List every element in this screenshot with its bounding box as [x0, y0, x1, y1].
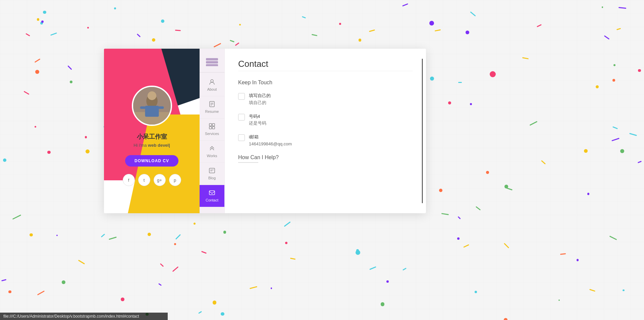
- confetti-particle: [609, 236, 617, 240]
- confetti-particle: [230, 40, 235, 43]
- confetti-particle: [458, 82, 462, 83]
- confetti-particle: [37, 291, 45, 295]
- section-title: Contact: [238, 59, 413, 69]
- contact-label-1: 填写自己的: [249, 92, 271, 99]
- confetti-particle: [12, 215, 21, 220]
- resume-icon: [209, 101, 215, 108]
- services-icon: [209, 123, 215, 130]
- confetti-particle: [302, 16, 306, 18]
- contact-main-content: Contact Keep In Touch 填写自己的 填自己的 号码4 还是号…: [225, 49, 426, 213]
- blog-icon: [209, 168, 215, 175]
- right-vertical-line: [422, 59, 423, 203]
- confetti-particle: [558, 300, 560, 301]
- svg-rect-20: [209, 168, 215, 173]
- confetti-particle: [439, 189, 442, 192]
- facebook-label: f: [128, 178, 129, 183]
- confetti-particle: [37, 18, 40, 21]
- confetti-particle: [530, 121, 537, 126]
- blog-label: Blog: [208, 176, 216, 180]
- user-name: 小呆工作室: [137, 133, 167, 141]
- confetti-particle: [172, 266, 179, 272]
- confetti-particle: [638, 69, 641, 72]
- confetti-particle: [67, 65, 72, 70]
- confetti-particle: [284, 221, 291, 227]
- confetti-particle: [35, 126, 37, 128]
- confetti-particle: [148, 233, 151, 236]
- confetti-particle: [3, 158, 6, 162]
- confetti-particle: [250, 286, 257, 289]
- pinterest-icon[interactable]: p: [169, 174, 181, 186]
- confetti-particle: [23, 91, 29, 95]
- confetti-particle: [589, 289, 595, 292]
- confetti-particle: [175, 30, 181, 31]
- confetti-particle: [504, 243, 509, 248]
- confetti-particle: [30, 233, 33, 237]
- sidebar-item-works[interactable]: Works: [200, 141, 224, 163]
- confetti-particle: [458, 216, 461, 219]
- twitter-icon[interactable]: t: [138, 174, 150, 186]
- confetti-particle: [214, 43, 221, 48]
- svg-rect-7: [158, 106, 164, 109]
- contact-item-2: 号码4 还是号码: [238, 113, 413, 127]
- confetti-particle: [223, 231, 226, 234]
- about-label: About: [207, 87, 217, 91]
- confetti-particle: [312, 34, 317, 36]
- confetti-particle: [402, 268, 407, 271]
- confetti-particle: [429, 21, 434, 26]
- sidebar-item-services[interactable]: Services: [200, 119, 224, 141]
- confetti-particle: [43, 11, 46, 14]
- svg-rect-9: [206, 61, 218, 63]
- svg-rect-10: [206, 64, 218, 66]
- confetti-particle: [1, 279, 6, 281]
- logo-area: [200, 52, 224, 73]
- confetti-particle: [616, 28, 621, 30]
- svg-rect-6: [140, 106, 146, 109]
- confetti-particle: [86, 149, 90, 153]
- confetti-particle: [402, 3, 408, 6]
- svg-rect-19: [212, 127, 215, 129]
- confetti-particle: [430, 77, 434, 81]
- confetti-particle: [522, 57, 529, 59]
- sidebar-item-about[interactable]: About: [200, 74, 224, 96]
- confetti-particle: [50, 33, 57, 36]
- confetti-particle: [56, 235, 58, 236]
- download-cv-button[interactable]: DOWNLOAD CV: [125, 155, 178, 167]
- sidebar-item-blog[interactable]: Blog: [200, 163, 224, 185]
- confetti-particle: [612, 79, 615, 82]
- confetti-particle: [476, 206, 481, 211]
- sidebar-item-contact[interactable]: Contact: [200, 185, 224, 207]
- contact-info-3: i邮箱 1464199846@qq.com: [249, 134, 292, 148]
- contact-value-1: 填自己的: [249, 99, 271, 106]
- how-help-label: How Can I Help?: [238, 154, 413, 161]
- contact-item-3: i邮箱 1464199846@qq.com: [238, 134, 413, 148]
- svg-point-4: [147, 91, 156, 100]
- confetti-particle: [623, 289, 625, 291]
- confetti-particle: [174, 243, 176, 245]
- confetti-particle: [35, 70, 39, 74]
- confetti-particle: [290, 258, 296, 260]
- facebook-icon[interactable]: f: [123, 174, 135, 186]
- svg-rect-16: [209, 124, 212, 126]
- subtitle-bold: web devel|: [148, 143, 170, 148]
- googleplus-icon[interactable]: g+: [154, 174, 166, 186]
- left-panel: 小呆工作室 Hi i'ma web devel| DOWNLOAD CV f t…: [104, 49, 200, 213]
- confetti-particle: [602, 6, 603, 8]
- sidebar-nav: About Resume: [200, 49, 225, 213]
- confetti-particle: [629, 133, 637, 136]
- confetti-particle: [475, 291, 477, 293]
- confetti-particle: [577, 259, 579, 261]
- sidebar-item-resume[interactable]: Resume: [200, 96, 224, 119]
- contact-checkbox-3[interactable]: [238, 134, 245, 141]
- user-subtitle: Hi i'ma web devel|: [133, 143, 170, 148]
- confetti-particle: [448, 101, 451, 104]
- resume-label: Resume: [205, 109, 219, 113]
- confetti-particle: [504, 185, 508, 188]
- confetti-particle: [194, 223, 196, 225]
- social-icons-group: f t g+ p: [123, 174, 181, 186]
- pinterest-label: p: [174, 178, 176, 183]
- contact-checkbox-2[interactable]: [238, 114, 245, 121]
- confetti-particle: [369, 30, 375, 32]
- confetti-particle: [470, 11, 476, 16]
- contact-checkbox-1[interactable]: [238, 93, 245, 100]
- title-divider: [238, 71, 413, 71]
